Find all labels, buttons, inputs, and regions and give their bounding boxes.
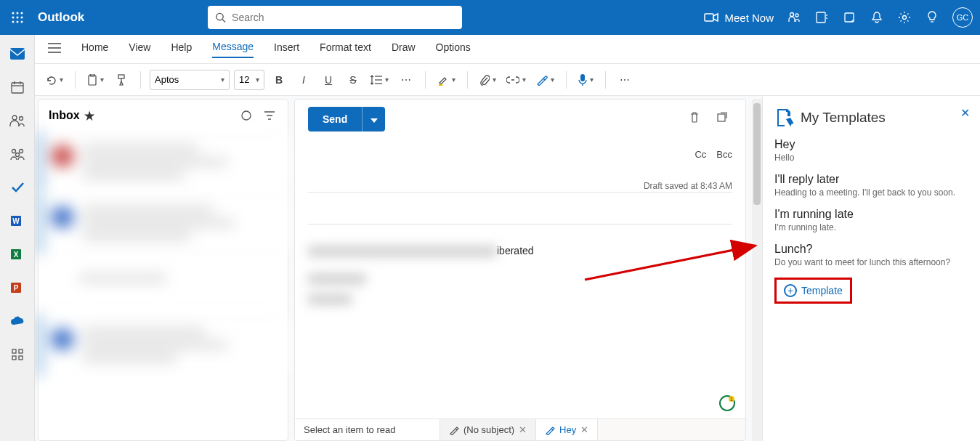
hamburger-icon[interactable]: [48, 43, 61, 56]
svg-point-4: [17, 17, 19, 19]
svg-text:X: X: [13, 251, 18, 259]
svg-line-10: [222, 20, 225, 23]
bell-icon[interactable]: [870, 10, 884, 25]
menu-format-text[interactable]: Format text: [320, 41, 371, 57]
close-icon[interactable]: ✕: [580, 424, 588, 435]
dictate-button[interactable]: ▾: [575, 69, 596, 91]
message-body[interactable]: iberated: [295, 224, 745, 325]
draft-status: Draft saved at 8:43 AM: [644, 181, 732, 191]
svg-point-5: [21, 17, 23, 19]
bold-button[interactable]: B: [269, 69, 289, 91]
editor-badge-icon[interactable]: 1: [719, 395, 735, 411]
svg-rect-11: [705, 14, 713, 21]
svg-point-6: [12, 21, 15, 23]
search-box[interactable]: [208, 6, 462, 29]
filter-icon[interactable]: [262, 108, 278, 124]
menu-help[interactable]: Help: [171, 41, 192, 57]
close-icon[interactable]: ✕: [960, 106, 970, 120]
star-icon[interactable]: ★: [84, 109, 94, 123]
discard-icon[interactable]: [684, 107, 705, 127]
meet-now-button[interactable]: Meet Now: [704, 12, 774, 24]
svg-point-9: [216, 13, 223, 20]
font-size-select[interactable]: 12▾: [234, 70, 264, 90]
svg-rect-36: [12, 349, 16, 353]
svg-rect-49: [580, 74, 585, 81]
gear-icon[interactable]: [897, 10, 912, 25]
avatar[interactable]: GC: [952, 7, 973, 28]
svg-point-0: [12, 12, 15, 15]
menu-draw[interactable]: Draw: [392, 41, 416, 57]
calendar-rail-icon[interactable]: [9, 78, 26, 96]
attach-button[interactable]: ▾: [477, 69, 499, 91]
template-item[interactable]: Hey Hello: [774, 138, 968, 163]
menu-insert[interactable]: Insert: [274, 41, 299, 57]
highlight-button[interactable]: ▾: [434, 69, 458, 91]
word-rail-icon[interactable]: W: [9, 212, 26, 230]
menu-message[interactable]: Message: [212, 41, 254, 58]
paste-button[interactable]: ▾: [84, 69, 107, 91]
svg-text:W: W: [12, 217, 20, 225]
bcc-button[interactable]: Bcc: [716, 149, 732, 160]
svg-rect-39: [19, 356, 23, 360]
svg-rect-45: [118, 75, 124, 78]
scroll-thumb[interactable]: [753, 103, 761, 205]
search-input[interactable]: [232, 12, 455, 23]
send-dropdown[interactable]: [362, 107, 385, 132]
popout-icon[interactable]: [712, 107, 732, 127]
underline-button[interactable]: U: [318, 69, 339, 91]
mail-rail-icon[interactable]: [9, 45, 26, 62]
format-painter-button[interactable]: [111, 69, 131, 91]
line-spacing-button[interactable]: ▾: [368, 69, 392, 91]
inbox-list: Inbox ★: [38, 99, 288, 441]
ribbon-more-button[interactable]: ⋯: [615, 69, 635, 91]
excel-rail-icon[interactable]: X: [9, 246, 26, 263]
scrollbar[interactable]: [752, 99, 762, 441]
lightbulb-icon[interactable]: [925, 10, 939, 25]
font-name-select[interactable]: Aptos▾: [150, 70, 230, 90]
template-item[interactable]: Lunch? Do you want to meet for lunch thi…: [774, 243, 968, 267]
message-item[interactable]: [39, 193, 288, 254]
italic-button[interactable]: I: [293, 69, 314, 91]
todo-rail-icon[interactable]: [9, 179, 26, 196]
subject-field[interactable]: [308, 203, 732, 224]
menu-view[interactable]: View: [129, 41, 150, 57]
onedrive-rail-icon[interactable]: [9, 312, 26, 330]
send-button[interactable]: Send: [308, 107, 362, 132]
groups-rail-icon[interactable]: [9, 145, 26, 163]
close-icon[interactable]: ✕: [519, 424, 527, 435]
bottom-tab-nosubject[interactable]: (No subject) ✕: [440, 419, 536, 440]
svg-rect-43: [89, 76, 96, 85]
menu-options[interactable]: Options: [436, 41, 471, 57]
powerpoint-rail-icon[interactable]: P: [9, 279, 26, 296]
menu-home[interactable]: Home: [81, 41, 108, 57]
teams-icon[interactable]: [787, 10, 801, 25]
svg-rect-54: [718, 114, 725, 121]
cc-button[interactable]: Cc: [694, 149, 706, 160]
svg-point-2: [21, 12, 23, 15]
pencil-icon: [545, 425, 555, 435]
bottom-placeholder: Select an item to read: [295, 419, 440, 440]
message-item[interactable]: [39, 315, 288, 376]
bottom-tab-hey[interactable]: Hey ✕: [536, 419, 598, 440]
select-all-icon[interactable]: [238, 108, 254, 124]
message-item[interactable]: [39, 254, 288, 315]
message-item[interactable]: [39, 132, 288, 193]
notes-icon[interactable]: [842, 10, 857, 25]
onenote-icon[interactable]: [814, 10, 829, 25]
undo-button[interactable]: ▾: [42, 69, 66, 91]
svg-rect-50: [242, 111, 251, 120]
people-rail-icon[interactable]: [9, 112, 26, 129]
left-rail: W X P: [0, 35, 35, 441]
signature-button[interactable]: ▾: [533, 69, 557, 91]
app-launcher-icon[interactable]: [0, 0, 35, 35]
strikethrough-button[interactable]: S: [343, 69, 363, 91]
menu-tabs: Home View Help Message Insert Format tex…: [35, 35, 980, 64]
more-formatting-button[interactable]: ⋯: [396, 69, 416, 91]
add-template-button[interactable]: + Template: [774, 278, 852, 304]
link-button[interactable]: ▾: [503, 69, 529, 91]
template-item[interactable]: I'm running late I'm running late.: [774, 208, 968, 232]
pencil-icon: [449, 425, 459, 435]
more-apps-rail-icon[interactable]: [9, 346, 26, 363]
svg-rect-20: [10, 48, 25, 60]
template-item[interactable]: I'll reply later Heading to a meeting. I…: [774, 173, 968, 198]
